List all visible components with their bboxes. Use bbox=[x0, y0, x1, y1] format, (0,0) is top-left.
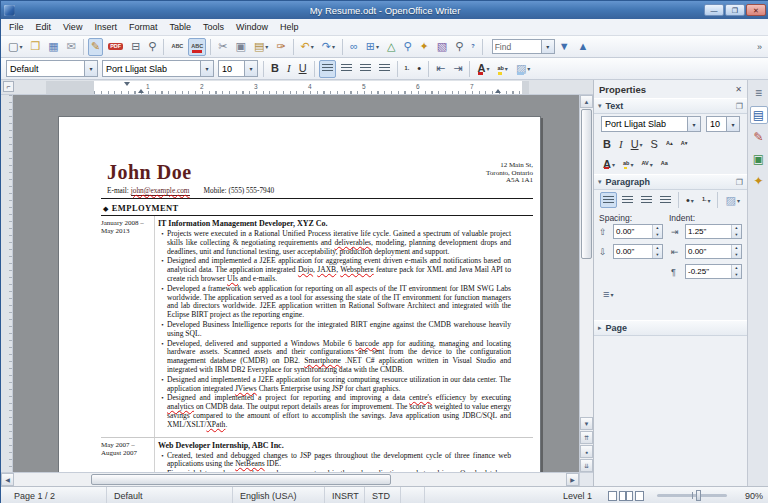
sidebar-font-size-combo[interactable]: 10 ▾ bbox=[706, 116, 740, 132]
properties-tab-button[interactable]: ▤ bbox=[750, 106, 768, 124]
status-selection-mode[interactable]: STD bbox=[365, 487, 401, 503]
sidebar-highlight-button[interactable]: ab▾ bbox=[620, 156, 636, 172]
align-right-button[interactable] bbox=[357, 60, 374, 78]
style-dropdown-icon[interactable]: ▾ bbox=[84, 61, 97, 76]
export-pdf-button[interactable]: PDF bbox=[105, 38, 126, 56]
indent-before-text-field[interactable]: 1.25"▴▾ bbox=[685, 224, 742, 239]
cut-button[interactable]: ✂ bbox=[215, 38, 230, 56]
sidebar-justify-button[interactable] bbox=[657, 192, 674, 208]
spin-down-icon[interactable]: ▾ bbox=[653, 252, 662, 259]
spin-down-icon[interactable]: ▾ bbox=[732, 252, 741, 259]
zoom-slider-thumb[interactable] bbox=[696, 490, 701, 501]
sidebar-size-dropdown-icon[interactable]: ▾ bbox=[726, 117, 739, 131]
sidebar-align-left-button[interactable] bbox=[600, 192, 617, 208]
redo-button[interactable]: ↷▾ bbox=[319, 38, 338, 56]
sidebar-align-center-button[interactable] bbox=[619, 192, 636, 208]
gallery-button[interactable]: ▧ bbox=[434, 38, 450, 56]
sidebar-font-color-button[interactable]: A▾ bbox=[600, 156, 618, 172]
text-section-header[interactable]: ▾ Text ❐ bbox=[594, 98, 747, 114]
bullets-button[interactable]: • bbox=[414, 60, 424, 78]
new-document-button[interactable]: ▢▾ bbox=[5, 38, 25, 56]
find-next-button[interactable]: ▼ bbox=[556, 38, 573, 56]
sidebar-char-spacing-button[interactable]: AV▾ bbox=[638, 156, 655, 172]
menu-help[interactable]: Help bbox=[274, 20, 305, 34]
single-page-view-icon[interactable] bbox=[608, 491, 617, 501]
navigator-tab-button[interactable]: ✦ bbox=[750, 172, 768, 190]
document-page[interactable]: John Doe 12 Main St, Toronto, Ontario A5… bbox=[58, 116, 541, 472]
gallery-tab-button[interactable]: ▣ bbox=[750, 150, 768, 168]
menu-tools[interactable]: Tools bbox=[197, 20, 230, 34]
navigator-button[interactable]: ✦ bbox=[417, 38, 432, 56]
right-indent-marker[interactable] bbox=[495, 89, 501, 93]
spelling-button[interactable]: ABC bbox=[168, 38, 186, 56]
edit-file-button[interactable]: ✎ bbox=[88, 38, 103, 56]
close-button[interactable]: ✕ bbox=[746, 4, 766, 16]
menu-view[interactable]: View bbox=[57, 20, 88, 34]
spin-down-icon[interactable]: ▾ bbox=[732, 232, 741, 239]
scroll-down-icon[interactable]: ▼ bbox=[580, 417, 593, 430]
justify-button[interactable] bbox=[376, 60, 393, 78]
find-input[interactable] bbox=[492, 39, 542, 54]
maximize-button[interactable]: ❐ bbox=[725, 4, 745, 16]
help-button[interactable]: ? bbox=[468, 38, 477, 56]
status-insert-mode[interactable]: INSRT bbox=[325, 487, 365, 503]
bold-button[interactable]: B bbox=[268, 60, 282, 78]
print-button[interactable]: ⊟ bbox=[128, 38, 143, 56]
paste-button[interactable]: ▤▾ bbox=[251, 38, 271, 56]
vertical-scrollbar[interactable]: ▲ ▼ ⇈ ● ⇊ bbox=[579, 95, 593, 472]
find-previous-button[interactable]: ▲ bbox=[575, 38, 592, 56]
sidebar-font-name-combo[interactable]: Port Lligat Slab ▾ bbox=[601, 116, 701, 132]
font-dropdown-icon[interactable]: ▾ bbox=[200, 61, 213, 76]
previous-page-button[interactable]: ⇈ bbox=[580, 431, 593, 444]
menu-edit[interactable]: Edit bbox=[30, 20, 58, 34]
multi-page-view-icon[interactable] bbox=[619, 491, 633, 501]
text-dialog-launcher-icon[interactable]: ❐ bbox=[736, 102, 743, 111]
page-preview-button[interactable]: ⚲ bbox=[145, 38, 159, 56]
sidebar-settings-button[interactable]: ≡ bbox=[750, 84, 768, 102]
styles-tab-button[interactable]: ✎ bbox=[750, 128, 768, 146]
left-indent-marker[interactable] bbox=[138, 89, 144, 93]
spacing-below-field[interactable]: 0.00"▴▾ bbox=[613, 244, 663, 259]
autospellcheck-button[interactable]: ABC bbox=[188, 38, 206, 56]
horizontal-scroll-thumb[interactable] bbox=[91, 474, 391, 485]
spacing-above-field[interactable]: 0.00"▴▾ bbox=[613, 224, 663, 239]
horizontal-scrollbar[interactable]: ◀ ▶ bbox=[1, 472, 579, 486]
status-page[interactable]: Page 1 / 2 bbox=[7, 487, 107, 503]
paragraph-section-header[interactable]: ▾ Paragraph ❐ bbox=[594, 174, 747, 190]
sidebar-line-spacing-button[interactable]: ≡▾ bbox=[600, 286, 616, 302]
spin-down-icon[interactable]: ▾ bbox=[732, 272, 741, 279]
first-line-indent-field[interactable]: -0.25"▴▾ bbox=[685, 264, 742, 279]
highlighting-button[interactable]: ab▾ bbox=[494, 60, 510, 78]
sidebar-case-button[interactable]: Aa bbox=[658, 156, 671, 172]
sidebar-numbering-button[interactable]: 1.▾ bbox=[699, 192, 714, 208]
undo-button[interactable]: ↶▾ bbox=[298, 38, 317, 56]
status-page-style[interactable]: Default bbox=[107, 487, 233, 503]
font-size-combo[interactable]: 10 ▾ bbox=[218, 60, 258, 77]
sidebar-bold-button[interactable]: B bbox=[600, 136, 614, 152]
background-color-button[interactable]: ▨▾ bbox=[513, 60, 533, 78]
font-color-button[interactable]: A▾ bbox=[474, 60, 492, 78]
tab-stop-selector[interactable]: ⌐ bbox=[3, 81, 14, 92]
increase-indent-button[interactable]: ⇥ bbox=[450, 60, 465, 78]
status-language[interactable]: English (USA) bbox=[233, 487, 325, 503]
menu-format[interactable]: Format bbox=[123, 20, 164, 34]
save-button[interactable]: ▦ bbox=[45, 38, 61, 56]
first-line-indent-marker[interactable] bbox=[124, 82, 130, 86]
minimize-button[interactable]: — bbox=[704, 4, 724, 16]
align-left-button[interactable] bbox=[319, 60, 336, 78]
italic-button[interactable]: I bbox=[284, 60, 294, 78]
next-page-button[interactable]: ⇊ bbox=[580, 459, 593, 472]
email-link[interactable]: john@example.com bbox=[131, 186, 190, 196]
decrease-indent-button[interactable]: ⇤ bbox=[433, 60, 448, 78]
sidebar-strikethrough-button[interactable]: S bbox=[648, 136, 661, 152]
book-view-icon[interactable] bbox=[635, 491, 644, 501]
navigation-button[interactable]: ● bbox=[580, 445, 593, 458]
sidebar-align-right-button[interactable] bbox=[638, 192, 655, 208]
menu-insert[interactable]: Insert bbox=[88, 20, 123, 34]
sidebar-grow-font-button[interactable]: A▴ bbox=[663, 136, 676, 152]
find-replace-button[interactable]: ⚲ bbox=[401, 38, 415, 56]
underline-button[interactable]: U bbox=[296, 60, 310, 78]
zoom-percent[interactable]: 90% bbox=[731, 491, 763, 501]
format-paintbrush-button[interactable]: ✑ bbox=[273, 38, 288, 56]
page-section-header[interactable]: ▸ Page bbox=[594, 320, 747, 336]
